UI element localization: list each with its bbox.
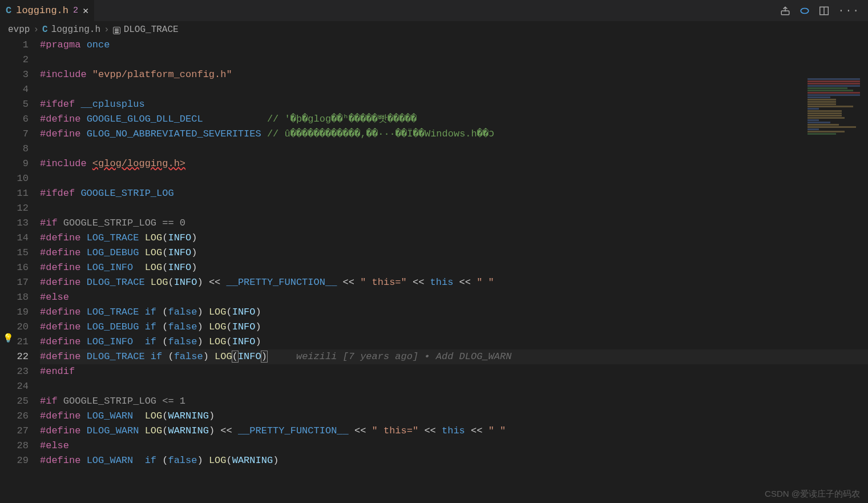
line-number: 22 (0, 349, 29, 364)
line-number: 12 (0, 201, 29, 216)
line-number: 1 (0, 38, 29, 53)
line-number: 16 (0, 260, 29, 275)
code-line[interactable]: #define LOG_WARN if (false) LOG(WARNING) (40, 453, 868, 468)
code-line[interactable] (40, 379, 868, 394)
breadcrumb-file[interactable]: logging.h (51, 25, 100, 35)
line-number: 14 (0, 231, 29, 246)
symbol-icon (113, 27, 120, 34)
line-number-gutter: 1234567891011121314151617181920212223242… (0, 38, 40, 503)
code-line[interactable]: #define DLOG_TRACE LOG(INFO) << __PRETTY… (40, 275, 868, 290)
svg-point-1 (801, 8, 809, 13)
reload-icon[interactable] (800, 6, 810, 16)
code-line[interactable] (40, 171, 868, 186)
lightbulb-icon[interactable]: 💡 (3, 335, 13, 344)
line-number: 15 (0, 246, 29, 260)
code-line[interactable]: #define LOG_INFO LOG(INFO) (40, 260, 868, 275)
code-line[interactable]: #define LOG_TRACE if (false) LOG(INFO) (40, 305, 868, 320)
c-language-icon: C (42, 25, 48, 35)
code-line[interactable]: #include <glog/logging.h> (40, 156, 868, 171)
watermark: CSDN @爱读庄子的码农 (765, 489, 860, 500)
code-line[interactable] (40, 82, 868, 97)
export-icon[interactable] (780, 6, 790, 16)
line-number: 28 (0, 438, 29, 453)
code-line[interactable]: #include "evpp/platform_config.h" (40, 67, 868, 82)
code-line[interactable]: #define GOOGLE_GLOG_DLL_DECL // '�þ�glog… (40, 112, 868, 127)
editor-area: 1234567891011121314151617181920212223242… (0, 38, 868, 503)
code-line[interactable] (40, 53, 868, 67)
code-line[interactable] (40, 142, 868, 156)
line-number: 17 (0, 275, 29, 290)
line-number: 6 (0, 112, 29, 127)
code-line[interactable]: #define LOG_DEBUG LOG(INFO) (40, 246, 868, 260)
line-number: 5 (0, 97, 29, 112)
tab-modified-count: 2 (73, 6, 78, 15)
line-number: 7 (0, 127, 29, 142)
code-line[interactable]: #define DLOG_TRACE if (false) LOG(INFO) … (40, 349, 868, 364)
line-number: 19 (0, 305, 29, 320)
line-number: 9 (0, 156, 29, 171)
code-line[interactable]: #if GOOGLE_STRIP_LOG <= 1 (40, 394, 868, 409)
code-line[interactable]: #if GOOGLE_STRIP_LOG == 0 (40, 216, 868, 231)
close-icon[interactable]: ✕ (83, 5, 88, 17)
git-blame-annotation: weizili [7 years ago] • Add DLOG_WARN (267, 351, 511, 362)
line-number: 3 (0, 67, 29, 82)
more-icon[interactable]: ··· (838, 5, 860, 17)
code-line[interactable]: #ifdef __cplusplus (40, 97, 868, 112)
code-line[interactable]: #define LOG_TRACE LOG(INFO) (40, 231, 868, 246)
code-line[interactable]: #else (40, 438, 868, 453)
minimap[interactable] (805, 78, 862, 140)
code-line[interactable]: #define GLOG_NO_ABBREVIATED_SEVERITIES /… (40, 127, 868, 142)
line-number: 23 (0, 364, 29, 379)
tab-filename: logging.h (16, 5, 68, 16)
code-line[interactable]: #endif (40, 364, 868, 379)
line-number: 10 (0, 171, 29, 186)
code-content[interactable]: #pragma once#include "evpp/platform_conf… (40, 38, 868, 503)
chevron-right-icon: › (104, 25, 110, 35)
split-editor-icon[interactable] (819, 6, 829, 16)
line-number: 2 (0, 53, 29, 67)
line-number: 4 (0, 82, 29, 97)
line-number: 24 (0, 379, 29, 394)
c-language-icon: C (6, 5, 11, 16)
code-line[interactable]: #define DLOG_WARN LOG(WARNING) << __PRET… (40, 424, 868, 438)
code-line[interactable]: #define LOG_WARN LOG(WARNING) (40, 409, 868, 424)
code-line[interactable]: #ifdef GOOGLE_STRIP_LOG (40, 186, 868, 201)
code-line[interactable] (40, 201, 868, 216)
chevron-right-icon: › (33, 25, 39, 35)
line-number: 25 (0, 394, 29, 409)
line-number: 29 (0, 453, 29, 468)
code-line[interactable]: 💡#define LOG_INFO if (false) LOG(INFO) (40, 335, 868, 349)
line-number: 8 (0, 142, 29, 156)
code-line[interactable]: #else (40, 290, 868, 305)
line-number: 11 (0, 186, 29, 201)
line-number: 27 (0, 424, 29, 438)
code-line[interactable]: #pragma once (40, 38, 868, 53)
line-number: 18 (0, 290, 29, 305)
line-number: 26 (0, 409, 29, 424)
line-number: 13 (0, 216, 29, 231)
breadcrumb[interactable]: evpp › C logging.h › DLOG_TRACE (0, 22, 868, 38)
code-line[interactable]: #define LOG_DEBUG if (false) LOG(INFO) (40, 320, 868, 335)
breadcrumb-symbol[interactable]: DLOG_TRACE (124, 25, 179, 35)
editor-tab-bar: C logging.h 2 ✕ ··· (0, 0, 868, 22)
breadcrumb-folder[interactable]: evpp (8, 25, 30, 35)
tab-logging-h[interactable]: C logging.h 2 ✕ (0, 0, 94, 21)
